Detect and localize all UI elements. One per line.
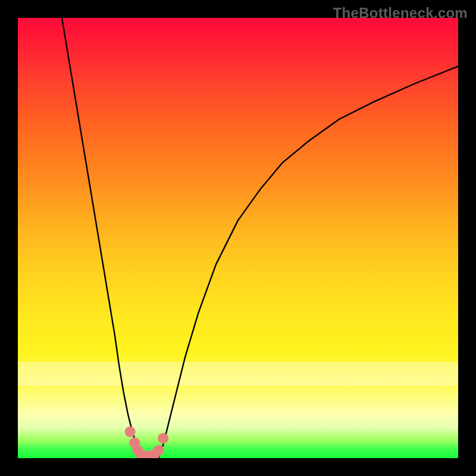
curve-right-branch — [159, 66, 458, 456]
watermark-text: TheBottleneck.com — [333, 5, 468, 21]
plot-area — [18, 18, 458, 458]
chart-frame: TheBottleneck.com — [0, 0, 476, 476]
valley-marker — [125, 427, 136, 437]
valley-marker — [158, 433, 168, 444]
curve-left-branch — [62, 18, 141, 456]
curve-layer — [18, 18, 458, 458]
valley-marker — [154, 445, 164, 456]
